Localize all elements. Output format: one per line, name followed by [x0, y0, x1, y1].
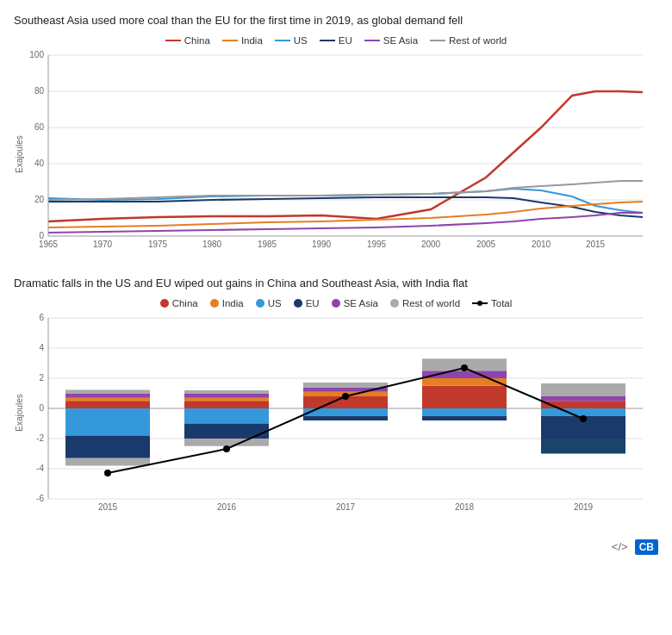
xtick-1990: 1990 — [312, 240, 332, 249]
bar-2016-india — [184, 398, 269, 402]
bar-2017-row-pos — [303, 383, 388, 388]
bar-2018-india — [422, 378, 507, 386]
xtick2-2017: 2017 — [336, 502, 356, 512]
chart1-title: Southeast Asia used more coal than the E… — [14, 14, 658, 28]
china-line-icon — [165, 40, 181, 41]
xtick-2015: 2015 — [586, 240, 606, 249]
legend2-total-label: Total — [491, 298, 512, 308]
xtick2-2016: 2016 — [217, 502, 237, 512]
chart1-y-label: Exajoules — [15, 135, 24, 172]
legend-china-label: China — [184, 35, 210, 46]
total-dot-2018 — [461, 364, 468, 371]
bar-2017-eu — [303, 416, 388, 420]
legend-row-label: Rest of world — [449, 35, 507, 46]
china-dot-icon — [160, 299, 169, 308]
india-line — [48, 202, 643, 227]
legend-us-label: US — [294, 35, 308, 46]
xtick-1995: 1995 — [367, 240, 387, 249]
bar-2018-china — [422, 386, 507, 408]
legend2-us-label: US — [268, 298, 282, 308]
legend-china: China — [165, 35, 210, 46]
legend-us: US — [275, 35, 308, 46]
ytick2-6: 6 — [39, 313, 44, 322]
chart1-svg: Exajoules 100 80 60 40 20 0 1965 — [14, 51, 658, 258]
row-dot-icon — [390, 299, 399, 308]
xtick-2000: 2000 — [421, 240, 441, 249]
xtick-1965: 1965 — [39, 240, 59, 249]
seasia-dot-icon — [332, 299, 340, 308]
chart1-section: Southeast Asia used more coal than the E… — [14, 14, 658, 261]
legend-eu: EU — [320, 35, 352, 46]
us-dot-icon — [256, 299, 264, 308]
total-dot-2015 — [104, 470, 111, 476]
ytick-100: 100 — [29, 50, 44, 59]
ytick-40: 40 — [34, 159, 45, 168]
india-line-icon — [222, 40, 238, 41]
legend2-china: China — [160, 298, 198, 308]
bar-2016-row-pos — [184, 390, 269, 394]
ytick2-m6: -6 — [36, 494, 44, 503]
bar-2016-row-neg — [184, 439, 269, 446]
footer: </> CB — [14, 539, 658, 555]
chart1-container: Exajoules 100 80 60 40 20 0 1965 — [14, 51, 658, 261]
bar-2015-us — [65, 408, 150, 436]
chart2-y-label: Exajoules — [15, 394, 24, 431]
legend2-eu-label: EU — [306, 298, 320, 308]
xtick2-2015: 2015 — [98, 502, 118, 512]
total-line-icon — [472, 302, 488, 304]
brand-logo: CB — [635, 539, 658, 555]
chart1-legend: China India US EU SE Asia Rest of world — [14, 35, 658, 46]
ytick2-2: 2 — [39, 373, 44, 383]
ytick2-m2: -2 — [36, 433, 44, 443]
xtick-1985: 1985 — [258, 240, 277, 249]
chart2-svg: Exajoules 6 4 2 0 -2 -4 -6 2015 2016 — [14, 314, 658, 520]
bar-2019-us — [541, 408, 625, 416]
legend2-seasia: SE Asia — [332, 298, 378, 308]
chart2-section: Dramatic falls in the US and EU wiped ou… — [14, 277, 658, 524]
legend2-seasia-label: SE Asia — [344, 298, 378, 308]
ytick2-m4: -4 — [36, 464, 44, 473]
chart2-title: Dramatic falls in the US and EU wiped ou… — [14, 277, 658, 291]
bar-2016-us — [184, 408, 269, 424]
xtick-2005: 2005 — [476, 240, 496, 249]
ytick-80: 80 — [34, 86, 45, 96]
ytick2-4: 4 — [39, 343, 44, 352]
legend2-row-label: Rest of world — [402, 298, 460, 308]
eu-line-icon — [320, 40, 335, 41]
svg-rect-0 — [48, 55, 643, 236]
ytick2-0: 0 — [39, 403, 44, 413]
legend-seasia: SE Asia — [364, 35, 418, 46]
bar-2015-seasia — [65, 393, 150, 397]
total-dot-2017 — [342, 393, 349, 400]
ytick-60: 60 — [34, 122, 45, 132]
row-line-icon — [430, 40, 445, 41]
legend-india-label: India — [241, 35, 263, 46]
legend-india: India — [222, 35, 263, 46]
xtick-1975: 1975 — [148, 240, 168, 249]
xtick2-2019: 2019 — [574, 502, 594, 512]
eu-dot-icon — [294, 299, 302, 308]
bar-2015-row-pos — [65, 389, 150, 393]
legend2-india: India — [210, 298, 244, 308]
xtick2-2018: 2018 — [455, 502, 475, 512]
legend2-us: US — [256, 298, 282, 308]
legend2-india-label: India — [222, 298, 244, 308]
bar-2015-eu — [65, 435, 150, 458]
bar-2019-seasia — [541, 396, 625, 401]
legend2-eu: EU — [294, 298, 320, 308]
xtick-1970: 1970 — [93, 240, 113, 249]
us-line-icon — [275, 40, 290, 41]
legend-row: Rest of world — [430, 35, 507, 46]
bar-2019-china — [541, 401, 625, 408]
bar-2019-row-pos — [541, 383, 625, 396]
bar-2018-us — [422, 408, 507, 416]
bar-2016-china — [184, 401, 269, 408]
bar-2015-china — [65, 401, 150, 408]
ytick-20: 20 — [34, 195, 45, 204]
total-dot-2016 — [223, 445, 230, 452]
seasia-line — [48, 213, 643, 233]
india-dot-icon — [210, 299, 219, 308]
legend-eu-label: EU — [339, 35, 352, 46]
code-icon[interactable]: </> — [612, 540, 628, 553]
legend2-total: Total — [472, 298, 512, 308]
